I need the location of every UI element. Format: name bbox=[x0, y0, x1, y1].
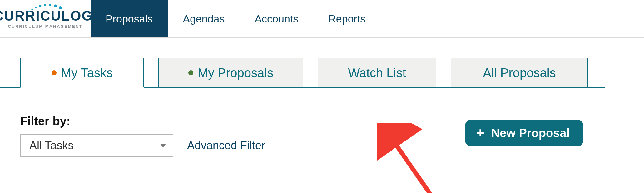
tab-watch-list-label: Watch List bbox=[348, 66, 406, 80]
nav-agendas-label: Agendas bbox=[183, 13, 225, 25]
tab-my-proposals[interactable]: My Proposals bbox=[158, 58, 303, 88]
filter-select[interactable]: All Tasks bbox=[20, 134, 173, 157]
tab-my-tasks-label: My Tasks bbox=[61, 66, 113, 80]
brand-name-text: CURRICULOG bbox=[0, 8, 93, 23]
status-dot-icon bbox=[52, 70, 57, 75]
nav-proposals-label: Proposals bbox=[106, 13, 153, 25]
new-proposal-button[interactable]: + New Proposal bbox=[465, 120, 583, 146]
tab-my-proposals-label: My Proposals bbox=[198, 66, 273, 80]
filter-select-value: All Tasks bbox=[29, 139, 73, 152]
tab-all-proposals-label: All Proposals bbox=[483, 66, 556, 80]
top-nav-bar: CURRICULOG™ CURRICULUM MANAGEMENT Propos… bbox=[0, 0, 644, 38]
nav-proposals[interactable]: Proposals bbox=[91, 0, 168, 37]
nav-reports-label: Reports bbox=[328, 13, 365, 25]
tab-all-proposals[interactable]: All Proposals bbox=[451, 58, 588, 88]
filter-panel: Filter by: All Tasks Advanced Filter + N… bbox=[0, 88, 605, 176]
proposal-tabs: My Tasks My Proposals Watch List All Pro… bbox=[0, 57, 644, 88]
brand-name: CURRICULOG™ bbox=[0, 9, 97, 23]
svg-point-6 bbox=[54, 4, 57, 7]
status-dot-icon bbox=[188, 70, 193, 75]
chevron-down-icon bbox=[160, 144, 166, 147]
brand-tagline: CURRICULUM MANAGEMENT bbox=[8, 24, 83, 29]
advanced-filter-link[interactable]: Advanced Filter bbox=[187, 139, 265, 152]
content-area: My Tasks My Proposals Watch List All Pro… bbox=[0, 38, 644, 176]
nav-accounts-label: Accounts bbox=[255, 13, 298, 25]
trademark-symbol: ™ bbox=[93, 7, 97, 11]
svg-point-4 bbox=[44, 4, 47, 6]
new-proposal-label: New Proposal bbox=[491, 126, 570, 140]
primary-nav: Proposals Agendas Accounts Reports bbox=[91, 0, 380, 37]
brand-logo: CURRICULOG™ CURRICULUM MANAGEMENT bbox=[0, 0, 91, 37]
plus-icon: + bbox=[476, 126, 484, 140]
svg-point-3 bbox=[39, 5, 42, 7]
nav-accounts[interactable]: Accounts bbox=[240, 0, 313, 37]
tab-watch-list[interactable]: Watch List bbox=[318, 58, 436, 88]
nav-reports[interactable]: Reports bbox=[313, 0, 380, 37]
svg-point-5 bbox=[49, 3, 51, 6]
nav-agendas[interactable]: Agendas bbox=[168, 0, 240, 37]
advanced-filter-label: Advanced Filter bbox=[187, 139, 265, 152]
tab-my-tasks[interactable]: My Tasks bbox=[20, 58, 144, 88]
